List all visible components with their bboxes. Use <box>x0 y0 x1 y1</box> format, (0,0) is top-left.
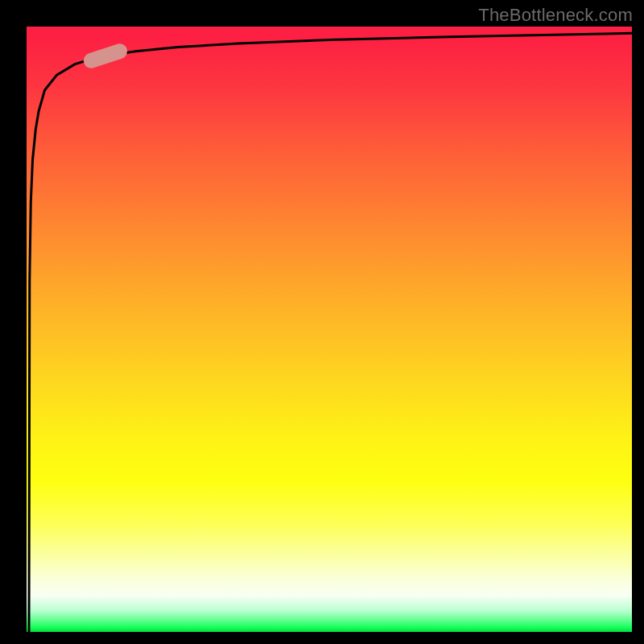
curve-line <box>29 33 632 632</box>
curve-svg <box>27 27 632 632</box>
plot-area <box>27 27 632 632</box>
chart-frame: TheBottleneck.com <box>0 0 644 644</box>
attribution-label: TheBottleneck.com <box>478 5 633 26</box>
